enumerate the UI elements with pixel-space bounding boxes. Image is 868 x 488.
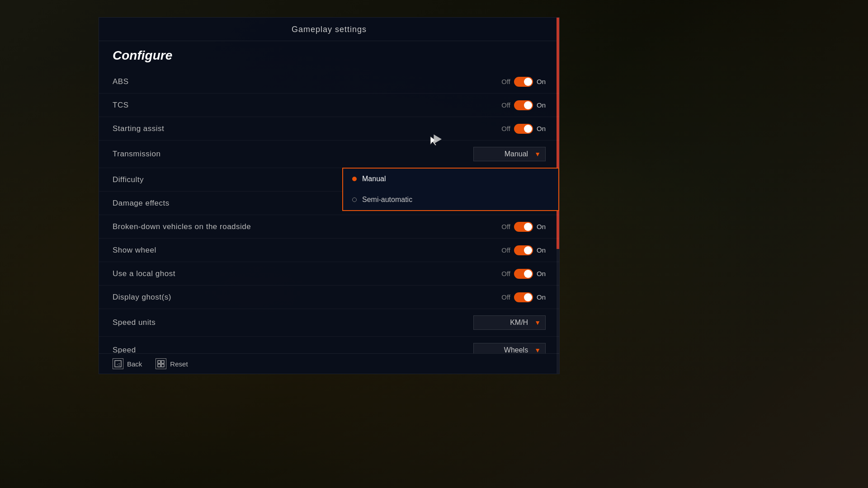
svg-text:◁: ◁ [117,362,120,366]
tcs-toggle[interactable] [514,100,533,110]
abs-toggle[interactable] [514,77,533,87]
reset-label: Reset [170,360,188,368]
transmission-option-manual[interactable]: Manual [343,169,558,189]
broken-down-off-label: Off [501,223,510,230]
transmission-option-semi[interactable]: Semi-automatic [343,189,558,210]
svg-rect-2 [158,361,160,363]
local-ghost-control: Off On [501,269,546,279]
transmission-control: Manual ▼ [473,147,546,161]
abs-control: Off On [501,77,546,87]
starting-assist-label: Starting assist [113,124,164,133]
broken-down-label: Broken-down vehicles on the roadside [113,222,251,231]
speed-label: Speed [113,346,136,353]
setting-starting-assist: Starting assist Off On [99,117,559,141]
display-ghosts-toggle[interactable] [514,292,533,302]
speed-dropdown[interactable]: Wheels ▼ [473,343,546,353]
setting-tcs: TCS Off On [99,94,559,117]
settings-list: ABS Off On TCS Off On Starting assist [99,70,559,353]
svg-rect-4 [158,364,160,367]
panel-footer: ◁ Back Reset [99,353,559,374]
tcs-label: TCS [113,101,129,110]
setting-transmission: Transmission Manual ▼ Manual Semi-a [99,141,559,168]
difficulty-label: Difficulty [113,175,144,184]
show-wheel-control: Off On [501,245,546,255]
panel-title: Gameplay settings [292,25,367,34]
local-ghost-label: Use a local ghost [113,269,175,278]
section-configure-title: Configure [99,48,559,70]
speed-control: Wheels ▼ [473,343,546,353]
show-wheel-toggle[interactable] [514,245,533,255]
setting-speed-units: Speed units KM/H ▼ [99,309,559,337]
show-wheel-off-label: Off [501,246,510,254]
semi-bullet [352,197,357,202]
back-key-icon: ◁ [113,358,123,369]
transmission-label: Transmission [113,150,160,159]
abs-off-label: Off [501,78,510,85]
reset-key-icon [156,358,166,369]
setting-show-wheel: Show wheel Off On [99,239,559,262]
show-wheel-on-label: On [537,246,546,254]
transmission-dropdown[interactable]: Manual ▼ [473,147,546,161]
manual-bullet [352,177,357,181]
show-wheel-label: Show wheel [113,246,156,255]
starting-assist-toggle[interactable] [514,124,533,134]
svg-rect-5 [161,364,164,367]
starting-assist-control: Off On [501,124,546,134]
transmission-value: Manual [480,150,528,158]
starting-assist-on-label: On [537,125,546,132]
speed-value: Wheels [480,346,528,353]
transmission-dropdown-open: Manual Semi-automatic [342,168,559,211]
display-ghosts-label: Display ghost(s) [113,293,171,302]
tcs-off-label: Off [501,101,510,109]
speed-units-control: KM/H ▼ [473,315,546,330]
damage-effects-label: Damage effects [113,199,170,208]
setting-broken-down: Broken-down vehicles on the roadside Off… [99,215,559,239]
manual-label: Manual [362,175,386,183]
starting-assist-off-label: Off [501,125,510,132]
tcs-on-label: On [537,101,546,109]
abs-on-label: On [537,78,546,85]
semi-label: Semi-automatic [362,196,412,204]
panel-body: Configure ABS Off On TCS Off On [99,41,559,353]
display-ghosts-control: Off On [501,292,546,302]
speed-units-value: KM/H [480,319,528,327]
back-label: Back [127,360,142,368]
broken-down-control: Off On [501,222,546,232]
abs-label: ABS [113,77,129,86]
speed-units-label: Speed units [113,318,156,327]
speed-arrow-icon: ▼ [534,347,541,353]
transmission-arrow-icon: ▼ [534,150,541,158]
setting-speed: Speed Wheels ▼ [99,337,559,353]
local-ghost-on-label: On [537,270,546,277]
settings-panel: Gameplay settings Configure ABS Off On T… [99,17,560,374]
panel-header: Gameplay settings [99,18,559,41]
speed-units-arrow-icon: ▼ [534,319,541,326]
display-ghosts-on-label: On [537,293,546,301]
broken-down-toggle[interactable] [514,222,533,232]
svg-rect-3 [161,361,164,363]
speed-units-dropdown[interactable]: KM/H ▼ [473,315,546,330]
setting-display-ghosts: Display ghost(s) Off On [99,286,559,309]
setting-abs: ABS Off On [99,70,559,94]
broken-down-on-label: On [537,223,546,230]
local-ghost-off-label: Off [501,270,510,277]
reset-action[interactable]: Reset [156,358,188,369]
tcs-control: Off On [501,100,546,110]
local-ghost-toggle[interactable] [514,269,533,279]
setting-local-ghost: Use a local ghost Off On [99,262,559,286]
back-action[interactable]: ◁ Back [113,358,142,369]
display-ghosts-off-label: Off [501,293,510,301]
